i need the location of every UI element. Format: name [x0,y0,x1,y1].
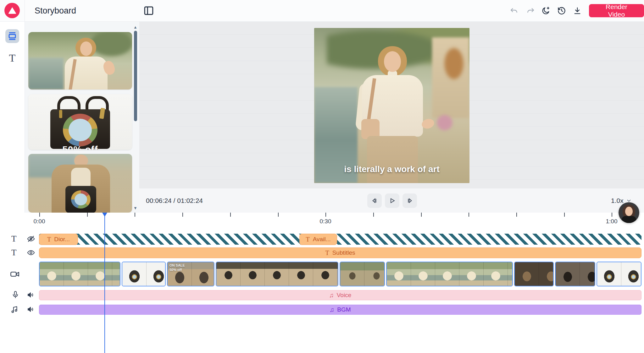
music-note-icon [10,305,19,314]
video-clip[interactable] [514,262,554,286]
sidebar-item-text[interactable]: T [5,51,19,65]
voice-clip[interactable]: ♫ Voice [39,290,641,300]
water-shape [28,58,64,90]
music-note-icon: ♫ [330,307,334,313]
subtitles-clip[interactable]: T Subtitles [39,247,641,258]
video-frame-thumbnail [40,262,64,286]
video-frame-thumbnail [313,262,337,286]
autumn-tree-shape [441,43,466,84]
music-note-icon: ♫ [329,292,334,298]
video-clip[interactable] [39,262,120,286]
video-frame-thumbnail [484,262,508,286]
video-frame-thumbnail [88,262,112,286]
speaker-icon[interactable] [27,306,34,313]
ruler-label: 0:00 [34,218,45,225]
ruler-tick [278,213,279,217]
play-button[interactable] [385,193,399,208]
video-frame-thumbnail [289,262,313,286]
clip-overlay-text: ON SALE 50% off [169,263,185,272]
video-frame-thumbnail [364,262,385,286]
scroll-up-icon[interactable]: ▲ [133,25,137,29]
storyboard-thumbnail-2[interactable]: 50% off [28,94,132,150]
transport-bar: 00:06:24 / 01:02:24 1.0x [139,188,644,213]
video-camera-icon [10,269,20,279]
scroll-down-icon[interactable]: ▼ [133,206,137,210]
speaker-icon[interactable] [27,291,34,299]
time-display: 00:06:24 / 01:02:24 [146,188,203,213]
tool-rail: T [0,21,25,213]
storyboard-panel: 50% off ▲ ▼ [25,21,139,213]
eye-icon[interactable] [27,248,35,257]
download-icon[interactable] [573,6,582,15]
timeline-ruler[interactable]: 0:000:301:00 [0,213,644,225]
hidden-text-track-region[interactable] [39,234,641,245]
voice-clip-label: Voice [337,292,351,299]
step-forward-icon [406,197,414,204]
header-bar: Storyboard Render Video [0,0,644,22]
bag-wheel-design [63,114,97,146]
subtitles-clip-label: Subtitles [332,249,355,256]
video-clip[interactable] [555,262,595,286]
ruler-tick [135,213,135,217]
video-clip[interactable] [122,262,166,286]
avatar-face [625,207,633,216]
app-logo[interactable] [4,3,20,18]
panel-toggle-icon[interactable] [143,5,154,16]
ruler-label: 0:30 [320,218,331,225]
ruler-tick [564,213,565,217]
timeline: 0:000:301:00 T T TDior...TAvail... [0,213,644,353]
panel-scrollbar[interactable] [134,31,137,121]
video-clip[interactable] [597,262,641,286]
video-frame-thumbnail [192,262,214,286]
video-preview[interactable]: is literally a work of art [314,28,469,183]
bag-charm [59,110,62,118]
video-frame-thumbnail [122,262,147,286]
triangle-logo-icon [8,7,16,14]
text-icon: T [325,249,329,257]
video-track: ON SALE 50% off [39,262,641,286]
preview-subtitle-text[interactable]: is literally a work of art [314,164,469,174]
playhead-handle-icon[interactable] [102,213,107,217]
video-frame-thumbnail [337,262,338,286]
text-icon: T [47,236,51,243]
text-overlay-clip[interactable]: TAvail... [299,234,337,245]
history-icon[interactable] [557,6,566,15]
storyboard-thumbnail-1[interactable] [28,32,132,90]
next-frame-button[interactable] [402,193,417,208]
ruler-tick [469,213,469,217]
ruler-tick [421,213,422,217]
video-frame-thumbnail [556,262,580,286]
redo-icon[interactable] [526,6,535,15]
undo-icon[interactable] [510,6,519,15]
video-frame-thumbnail [64,262,88,286]
video-editor-app: Storyboard Render Video T [0,0,644,353]
sidebar-item-storyboard[interactable] [5,29,19,43]
assistant-avatar[interactable] [619,202,639,223]
previous-frame-button[interactable] [367,193,382,208]
preview-area: is literally a work of art [139,21,644,188]
night-mode-add-icon[interactable] [541,6,550,15]
microphone-icon [11,291,19,299]
ruler-label: 1:00 [606,218,618,225]
figure-face [384,51,401,72]
figure-face [80,41,92,56]
ruler-tick [39,213,40,217]
eye-off-icon[interactable] [27,235,35,243]
video-frame-thumbnail [340,262,364,286]
render-video-button[interactable]: Render Video [589,4,644,17]
video-clip[interactable] [340,262,385,286]
page-title: Storyboard [35,0,76,21]
ruler-tick [182,213,183,217]
speed-value: 1.0x [611,197,624,204]
video-clip[interactable] [386,262,513,286]
bgm-clip-label: BGM [337,306,351,313]
bgm-clip[interactable]: ♫ BGM [39,305,641,315]
playhead[interactable] [104,213,105,353]
text-icon: T [306,236,310,243]
video-frame-thumbnail [580,262,595,286]
video-clip[interactable]: ON SALE 50% off [167,262,214,286]
text-overlay-clip[interactable]: TDior... [39,234,78,245]
video-frame-thumbnail [112,262,120,286]
storyboard-thumbnail-3[interactable] [28,154,132,213]
video-clip[interactable] [216,262,338,286]
